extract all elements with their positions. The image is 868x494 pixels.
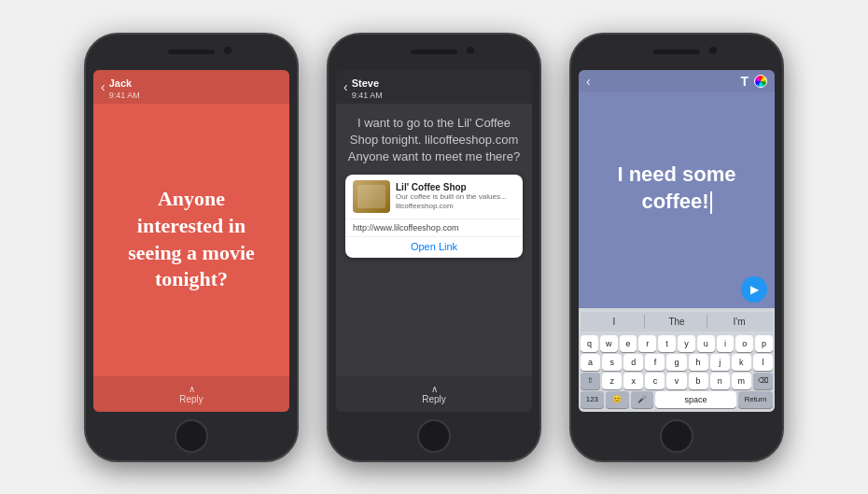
vol-down-btn-3[interactable] — [569, 151, 571, 175]
home-button-1[interactable] — [175, 419, 208, 453]
status-bar-1: ‹ Jack 9:41 AM — [93, 70, 289, 104]
screen-blue: ‹ T I need some coffee! ▶ I The I'm — [579, 70, 775, 412]
key-q[interactable]: q — [581, 335, 598, 352]
reply-area-1[interactable]: ∧ Reply — [93, 376, 289, 412]
key-e[interactable]: e — [620, 335, 637, 352]
link-card-thumbnail — [353, 180, 390, 213]
return-key[interactable]: Return — [738, 391, 773, 408]
vol-down-btn-1[interactable] — [84, 151, 86, 175]
text-format-button[interactable]: T — [740, 74, 749, 89]
open-link-button[interactable]: Open Link — [345, 236, 523, 258]
status-left-3: ‹ — [586, 74, 591, 89]
send-button-area: ▶ — [579, 276, 775, 308]
key-v[interactable]: v — [666, 373, 686, 389]
phone-camera-3 — [709, 47, 717, 54]
link-card-domain: lilcoffeeshop.com — [396, 202, 515, 211]
phone-speaker-1 — [168, 49, 215, 54]
back-arrow-2[interactable]: ‹ — [343, 79, 348, 94]
back-arrow-3[interactable]: ‹ — [586, 74, 591, 89]
key-t[interactable]: t — [658, 335, 676, 352]
time-2: 9:41 AM — [352, 91, 383, 100]
keyboard-row-1: q w e r t y u i o p — [581, 335, 773, 352]
message-area-3: I need some coffee! — [579, 92, 775, 276]
key-y[interactable]: y — [678, 335, 695, 352]
send-button[interactable]: ▶ — [741, 276, 767, 303]
thumb-decoration — [357, 185, 385, 208]
typing-message: I need some coffee! — [593, 162, 761, 215]
key-g[interactable]: g — [666, 354, 686, 371]
vol-down-btn-2[interactable] — [327, 151, 329, 175]
key-i[interactable]: i — [717, 335, 735, 352]
quicktype-word-2[interactable]: The — [647, 315, 707, 329]
phone-3: ‹ T I need some coffee! ▶ I The I'm — [569, 33, 784, 462]
contact-name-2: Steve — [352, 78, 379, 89]
quicktype-word-1[interactable]: I — [584, 315, 645, 329]
message-area-2: I want to go to the Lil' Coffee Shop ton… — [336, 104, 532, 376]
keyboard-row-4: 123 😊 🎤 space Return — [581, 391, 773, 408]
phone-2: ‹ Steve 9:41 AM I want to go to the Lil'… — [327, 33, 541, 462]
shift-key[interactable]: ⇧ — [581, 373, 600, 389]
key-o[interactable]: o — [735, 335, 753, 352]
space-key[interactable]: space — [655, 391, 736, 408]
vol-up-btn-3[interactable] — [569, 119, 571, 142]
delete-key[interactable]: ⌫ — [753, 373, 773, 389]
home-button-2[interactable] — [417, 419, 451, 453]
time-1: 9:41 AM — [109, 91, 140, 100]
back-arrow-1[interactable]: ‹ — [101, 79, 105, 94]
reply-label-1: Reply — [179, 394, 203, 404]
key-x[interactable]: x — [623, 373, 643, 389]
phone-camera-2 — [467, 47, 474, 54]
key-p[interactable]: p — [755, 335, 773, 352]
key-w[interactable]: w — [600, 335, 618, 352]
key-j[interactable]: j — [710, 354, 730, 371]
key-l[interactable]: l — [753, 354, 773, 371]
power-btn-3[interactable] — [782, 133, 784, 165]
link-card-title: Lil' Coffee Shop — [396, 182, 515, 192]
power-btn-2[interactable] — [539, 133, 541, 165]
color-palette-button[interactable] — [754, 75, 767, 88]
link-card-info: Lil' Coffee Shop Our coffee is built on … — [396, 182, 515, 212]
key-s[interactable]: s — [602, 354, 622, 371]
phone-speaker-3 — [653, 49, 700, 54]
reply-area-2[interactable]: ∧ Reply — [336, 376, 532, 412]
key-z[interactable]: z — [602, 373, 622, 389]
key-n[interactable]: n — [710, 373, 730, 389]
link-preview-card[interactable]: Lil' Coffee Shop Our coffee is built on … — [345, 175, 523, 258]
key-k[interactable]: k — [732, 354, 751, 371]
power-btn-1[interactable] — [297, 133, 299, 165]
phone-speaker-2 — [411, 49, 457, 54]
vol-up-btn-2[interactable] — [327, 119, 329, 142]
key-u[interactable]: u — [697, 335, 715, 352]
mic-key[interactable]: 🎤 — [631, 391, 654, 408]
contact-name-1: Jack — [109, 78, 132, 89]
phone-camera-1 — [224, 47, 231, 54]
emoji-key[interactable]: 😊 — [606, 391, 629, 408]
numbers-key[interactable]: 123 — [581, 391, 604, 408]
toolbar-3: T — [740, 74, 767, 89]
text-cursor — [710, 191, 712, 214]
reply-chevron-1: ∧ — [189, 384, 195, 394]
key-h[interactable]: h — [689, 354, 708, 371]
keyboard-row-2: a s d f g h j k l — [581, 354, 773, 371]
keyboard[interactable]: I The I'm q w e r t y u i o p a — [579, 308, 775, 412]
quicktype-word-3[interactable]: I'm — [709, 315, 769, 329]
home-button-3[interactable] — [660, 419, 693, 453]
status-bar-2: ‹ Steve 9:41 AM — [336, 70, 532, 104]
key-b[interactable]: b — [689, 373, 708, 389]
link-card-description: Our coffee is built on the values... — [396, 192, 515, 202]
key-r[interactable]: r — [638, 335, 656, 352]
key-f[interactable]: f — [645, 354, 665, 371]
vol-up-btn-1[interactable] — [84, 119, 86, 142]
key-c[interactable]: c — [645, 373, 665, 389]
phone-screen-3: ‹ T I need some coffee! ▶ I The I'm — [579, 70, 775, 412]
phone-1: ‹ Jack 9:41 AM Anyone interested in seei… — [84, 33, 299, 462]
quicktype-row: I The I'm — [581, 312, 773, 332]
typing-text-content: I need some coffee! — [617, 162, 735, 213]
movie-message: Anyone interested in seeing a movie toni… — [112, 186, 271, 292]
screen-dark: ‹ Steve 9:41 AM I want to go to the Lil'… — [336, 70, 532, 412]
link-card-header: Lil' Coffee Shop Our coffee is built on … — [345, 175, 523, 219]
key-d[interactable]: d — [623, 354, 643, 371]
coffee-message: I want to go to the Lil' Coffee Shop ton… — [345, 115, 523, 166]
key-m[interactable]: m — [732, 373, 751, 389]
key-a[interactable]: a — [581, 354, 600, 371]
